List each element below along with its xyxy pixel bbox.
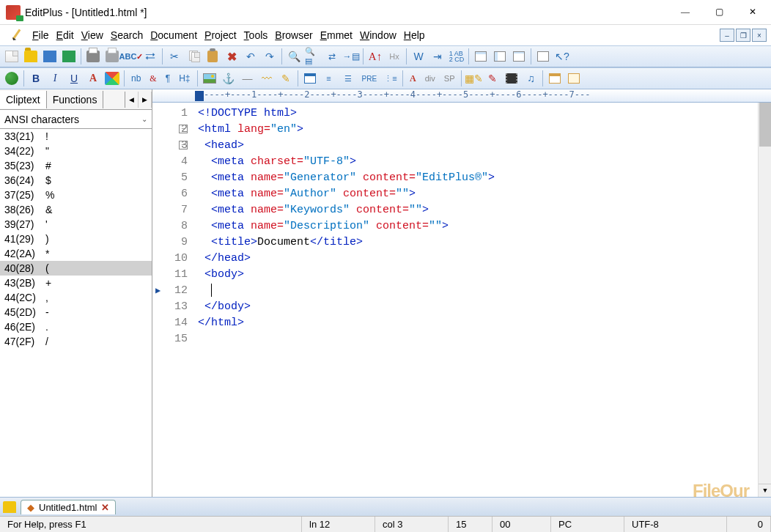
menu-view[interactable]: View bbox=[80, 28, 105, 43]
code-line[interactable]: </body> bbox=[198, 299, 752, 315]
code-line[interactable]: <!DOCTYPE html> bbox=[198, 106, 752, 122]
char-row[interactable]: 35(23)# bbox=[0, 158, 152, 173]
menu-help[interactable]: Help bbox=[402, 28, 427, 43]
redo-button[interactable]: ↷ bbox=[261, 48, 278, 65]
code-line[interactable]: <body> bbox=[198, 267, 752, 283]
char-row[interactable]: 47(2F)/ bbox=[0, 334, 152, 349]
code-line[interactable]: <head> bbox=[198, 138, 752, 154]
menu-search[interactable]: Search bbox=[109, 28, 144, 43]
form2-button[interactable] bbox=[565, 70, 583, 87]
char-row[interactable]: 45(2D)- bbox=[0, 305, 152, 319]
char-row[interactable]: 37(25)% bbox=[0, 188, 152, 202]
new-file-button[interactable] bbox=[3, 48, 21, 65]
code-line[interactable]: </html> bbox=[198, 315, 752, 331]
search-button[interactable]: 🔍 bbox=[285, 48, 303, 65]
aig-button[interactable]: A bbox=[406, 70, 420, 86]
center-button[interactable]: ≡ bbox=[320, 70, 338, 87]
close-button[interactable]: ✕ bbox=[736, 1, 770, 23]
code-line[interactable]: <html lang="en"> bbox=[198, 122, 752, 138]
spellcheck-button[interactable]: ABC✓ bbox=[122, 48, 140, 65]
scrollbar-down-button[interactable]: ▼ bbox=[759, 484, 771, 497]
italic-button[interactable]: I bbox=[46, 70, 64, 87]
code-line[interactable]: <meta name="Generator" content="EditPlus… bbox=[198, 170, 752, 186]
ruler-marker[interactable] bbox=[195, 91, 204, 101]
fold-button[interactable]: − bbox=[179, 125, 188, 133]
code-line[interactable]: <meta charset="UTF-8"> bbox=[198, 154, 752, 170]
mdi-minimize-button[interactable]: – bbox=[720, 29, 734, 42]
document-tab[interactable]: ◆ Untitled1.html ✕ bbox=[21, 500, 116, 514]
mdi-close-button[interactable]: × bbox=[752, 29, 767, 42]
char-row[interactable]: 33(21)! bbox=[0, 129, 152, 144]
menu-edit[interactable]: Edit bbox=[55, 28, 75, 43]
pre-button[interactable]: PRE bbox=[358, 70, 381, 86]
linenum-button[interactable]: 1 AB2 CD bbox=[448, 48, 465, 65]
print-preview-button[interactable] bbox=[103, 48, 121, 65]
char-row[interactable]: 38(26)& bbox=[0, 202, 152, 217]
window1-button[interactable] bbox=[472, 48, 490, 65]
tool5-button[interactable]: ✎ bbox=[277, 70, 295, 87]
open-file-button[interactable] bbox=[22, 48, 40, 65]
char-row[interactable]: 44(2C), bbox=[0, 290, 152, 305]
music-button[interactable]: ♫ bbox=[522, 70, 539, 87]
indent-button[interactable]: ⇥ bbox=[429, 48, 446, 65]
div-button[interactable]: div bbox=[421, 70, 439, 86]
list-button[interactable]: ⋮≡ bbox=[382, 70, 399, 87]
form-button[interactable] bbox=[546, 70, 564, 87]
color-swatch-button[interactable] bbox=[103, 70, 121, 87]
folder-icon[interactable] bbox=[3, 501, 16, 513]
video-button[interactable] bbox=[503, 70, 520, 87]
cursor-button[interactable]: ↖? bbox=[553, 48, 571, 65]
cut-button[interactable]: ✂ bbox=[166, 48, 183, 65]
char-row[interactable]: 39(27)' bbox=[0, 217, 152, 232]
fold-button[interactable]: − bbox=[179, 141, 188, 149]
code-editor[interactable]: 12−3−456789101112▶131415 <!DOCTYPE html>… bbox=[152, 103, 771, 497]
anchor-button[interactable]: ⚓ bbox=[220, 70, 237, 87]
sp-button[interactable]: SP bbox=[440, 70, 459, 86]
char-row[interactable]: 40(28)( bbox=[0, 261, 152, 276]
tab-prev-button[interactable]: ◀ bbox=[125, 92, 139, 108]
image-button[interactable] bbox=[201, 70, 218, 87]
comment-button[interactable]: 〰 bbox=[258, 70, 276, 87]
tab-cliptext[interactable]: Cliptext bbox=[0, 91, 47, 108]
menu-browser[interactable]: Browser bbox=[273, 28, 314, 43]
settings-button[interactable] bbox=[534, 48, 552, 65]
table-button[interactable] bbox=[301, 70, 319, 87]
menu-document[interactable]: Document bbox=[149, 28, 199, 43]
print-button[interactable] bbox=[84, 48, 102, 65]
nbsp-button[interactable]: nb bbox=[128, 70, 144, 86]
tab-close-button[interactable]: ✕ bbox=[101, 502, 109, 513]
heading-button[interactable]: H‡ bbox=[175, 70, 193, 86]
save-all-button[interactable] bbox=[60, 48, 78, 65]
char-row[interactable]: 41(29)) bbox=[0, 232, 152, 246]
code-content[interactable]: <!DOCTYPE html><html lang="en"> <head> <… bbox=[192, 103, 758, 497]
replace-button[interactable]: ⇄ bbox=[323, 48, 341, 65]
font-increase-button[interactable]: A↑ bbox=[366, 48, 384, 65]
code-line[interactable]: <meta name="Author" content=""> bbox=[198, 186, 752, 202]
wordwrap-button[interactable]: W bbox=[410, 48, 427, 65]
scrollbar-thumb[interactable] bbox=[759, 103, 771, 147]
undo-button[interactable]: ↶ bbox=[242, 48, 259, 65]
edit1-button[interactable]: ▦✎ bbox=[465, 70, 482, 87]
char-row[interactable]: 46(2E). bbox=[0, 319, 152, 334]
para-button[interactable]: ¶ bbox=[162, 70, 174, 86]
underline-button[interactable]: U bbox=[65, 70, 83, 87]
copy-button[interactable] bbox=[185, 48, 202, 65]
code-line[interactable]: <meta name="Keywords" content=""> bbox=[198, 202, 752, 218]
char-row[interactable]: 43(2B)+ bbox=[0, 276, 152, 290]
char-row[interactable]: 36(24)$ bbox=[0, 173, 152, 188]
menu-emmet[interactable]: Emmet bbox=[319, 28, 354, 43]
menu-project[interactable]: Project bbox=[203, 28, 238, 43]
sidebar-combo[interactable]: ANSI characters ⌄ bbox=[0, 110, 152, 129]
mdi-restore-button[interactable]: ❐ bbox=[736, 29, 750, 42]
code-line[interactable]: <title>Document</title> bbox=[198, 234, 752, 251]
code-line[interactable] bbox=[198, 331, 752, 347]
minimize-button[interactable]: — bbox=[668, 1, 702, 23]
window3-button[interactable] bbox=[510, 48, 528, 65]
code-line[interactable]: </head> bbox=[198, 251, 752, 267]
menu-file[interactable]: File bbox=[31, 28, 51, 43]
tab-functions[interactable]: Functions bbox=[47, 91, 104, 108]
save-button[interactable] bbox=[41, 48, 59, 65]
tab-next-button[interactable]: ▶ bbox=[139, 92, 152, 108]
char-list[interactable]: 33(21)!34(22)"35(23)#36(24)$37(25)%38(26… bbox=[0, 129, 152, 497]
font-color-button[interactable]: A bbox=[84, 70, 102, 87]
